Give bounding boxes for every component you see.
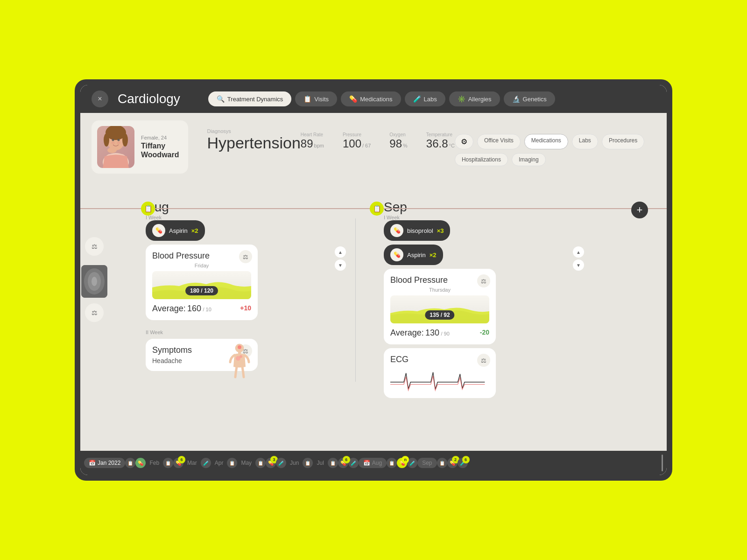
bisoprolol-icon: 💊 — [390, 224, 403, 237]
nav-feb-label: Feb — [149, 460, 159, 466]
sep-bp-card[interactable]: ⚖ Blood Pressure Thursday 135 / 92 — [384, 269, 496, 344]
tab-genetics[interactable]: 🔬 Genetics — [504, 91, 555, 106]
patient-gender: Female, 24 — [141, 135, 179, 140]
svg-point-7 — [118, 139, 120, 141]
nav-jul-pill[interactable]: 💊 6 — [338, 458, 348, 468]
timeline-columns: Aug I Week 💊 Aspirin ×2 ⚖ Blood Pressure… — [80, 181, 667, 451]
timeline-node-sep[interactable]: 📋 — [370, 202, 384, 216]
tab-allergies[interactable]: ✳️ Allergies — [449, 91, 500, 106]
nav-tabs: 🔍 Treatment Dynamics 📋 Visits 💊 Medicati… — [208, 91, 555, 106]
sep-nav-arrows: ▲ ▼ — [573, 246, 584, 271]
svg-point-9 — [117, 142, 120, 144]
allergies-icon: ✳️ — [458, 95, 465, 103]
sep-med-aspirin[interactable]: 💊 Aspirin ×2 — [384, 245, 443, 265]
patient-avatar — [97, 126, 134, 168]
nav-mar-lab[interactable]: 🧪 — [201, 458, 211, 468]
scroll-indicator[interactable] — [662, 455, 663, 471]
timeline-col-sep: Sep I Week 💊 bisoprolol ×3 💊 Aspirin ×2 — [356, 181, 593, 451]
timeline-nav: 📅 Jan 2022 📋 💊 Feb 📋 💊 6 Mar 🧪 Apr 📋 May — [80, 451, 667, 475]
nav-jun-note[interactable]: 📋 — [303, 458, 313, 468]
filter-imaging[interactable]: Imaging — [512, 153, 546, 166]
nav-month-jul[interactable]: Jul — [313, 460, 327, 466]
filter-office-visits[interactable]: Office Visits — [477, 134, 521, 149]
sep-aspirin-count: ×2 — [430, 252, 437, 259]
aspirin-icon: 💊 — [152, 224, 165, 237]
nav-feb-pill[interactable]: 💊 6 — [173, 458, 183, 468]
body-diagram-svg — [228, 343, 251, 381]
sep-med-bisoprolol[interactable]: 💊 bisoprolol ×3 — [384, 220, 450, 241]
right-spacer — [593, 181, 648, 451]
filter-icon-button[interactable]: ⚙ — [455, 134, 473, 149]
nav-month-may[interactable]: May — [237, 460, 255, 466]
nav-month-jun[interactable]: Jun — [286, 460, 303, 466]
nav-aug-note[interactable]: 📋 — [387, 458, 397, 468]
tab-visits[interactable]: 📋 Visits — [295, 91, 337, 106]
tab-medications-label: Medications — [360, 96, 392, 103]
vitals-section: Diagnosys Hypertension Heart Rate 89 bpm… — [207, 128, 655, 166]
nav-apr-note[interactable]: 📋 — [227, 458, 237, 468]
nav-jan-label: Jan 2022 — [98, 460, 120, 466]
close-icon: × — [98, 95, 102, 103]
timeline-node-aug[interactable]: 📋 — [141, 202, 155, 216]
nav-month-mar[interactable]: Mar — [183, 460, 201, 466]
sep-nav-up[interactable]: ▲ — [573, 246, 584, 258]
nav-may-note[interactable]: 📋 — [255, 458, 266, 468]
nav-month-apr[interactable]: Apr — [211, 460, 227, 466]
patient-bar: Female, 24 Tiffany Woodward Diagnosys Hy… — [80, 113, 667, 181]
aug-bp-day: Friday — [152, 263, 251, 268]
aug-nav-up[interactable]: ▲ — [335, 246, 346, 258]
aug-symptoms-card[interactable]: ⚖ Symptoms Headache — [146, 339, 258, 371]
sep-aspirin-name: Aspirin — [407, 252, 426, 259]
tab-treatment-dynamics[interactable]: 🔍 Treatment Dynamics — [208, 91, 291, 106]
nav-sep-lab[interactable]: 🧪 6 — [458, 458, 468, 468]
genetics-icon: 🔬 — [512, 95, 520, 103]
sep-ecg-card[interactable]: ⚖ ECG — [384, 348, 496, 398]
nav-aug-pill[interactable]: 💊 n — [397, 458, 407, 468]
sep-header: Sep I Week — [384, 200, 584, 220]
nav-sep-note[interactable]: 📋 — [437, 458, 447, 468]
sep-bp-reading: 135 / 92 — [425, 310, 454, 320]
filter-hospitalizations[interactable]: Hospitalizations — [455, 153, 508, 166]
app-inner: × Cardiology 🔍 Treatment Dynamics 📋 Visi… — [80, 85, 667, 475]
nav-month-sep[interactable]: Sep — [417, 458, 437, 468]
svg-point-19 — [240, 355, 242, 358]
nav-icon-jan-pill[interactable]: 💊 — [135, 458, 146, 468]
bisoprolol-count: ×3 — [437, 227, 444, 234]
filter-procedures[interactable]: Procedures — [602, 134, 644, 149]
timeline-col-aug: Aug I Week 💊 Aspirin ×2 ⚖ Blood Pressure… — [99, 181, 355, 451]
tab-medications[interactable]: 💊 Medications — [341, 91, 401, 106]
side-medical-image — [81, 265, 107, 298]
nav-feb-note[interactable]: 📋 — [163, 458, 173, 468]
aug-bp-average: Average: 160 / 10 — [152, 304, 211, 314]
header: × Cardiology 🔍 Treatment Dynamics 📋 Visi… — [80, 85, 667, 113]
vital-pressure: Pressure 100 / 67 — [343, 132, 371, 149]
nav-icon-jan-note[interactable]: 📋 — [125, 458, 135, 468]
nav-may-lab[interactable]: 🧪 — [276, 458, 286, 468]
filter-labs[interactable]: Labs — [572, 134, 598, 149]
add-timeline-button[interactable]: + — [631, 202, 648, 218]
calendar-icon-jan: 📅 — [89, 460, 96, 466]
sep-nav-down[interactable]: ▼ — [573, 259, 584, 271]
side-icon-lab2[interactable]: ⚖ — [85, 303, 104, 322]
diagnosis-label: Diagnosys — [207, 128, 300, 134]
side-icon-lab[interactable]: ⚖ — [85, 237, 104, 256]
nav-month-feb[interactable]: Feb — [146, 460, 163, 466]
nav-sep-pill[interactable]: 💊 2 — [447, 458, 458, 468]
nav-month-aug[interactable]: 📅 Aug — [359, 458, 387, 468]
aug-nav-down[interactable]: ▼ — [335, 259, 346, 271]
tab-labs[interactable]: 🧪 Labs — [405, 91, 445, 106]
sep-bp-delta: -20 — [480, 329, 489, 336]
nav-jul-note[interactable]: 📋 — [328, 458, 338, 468]
filter-medications[interactable]: Medications — [524, 134, 568, 149]
aug-week2-label: II Week — [146, 329, 346, 335]
tab-visits-label: Visits — [314, 96, 329, 103]
sep-bp-title: Blood Pressure — [390, 275, 489, 285]
aug-bp-card[interactable]: ⚖ Blood Pressure Friday 180 / 120 — [146, 245, 258, 320]
nav-may-pill[interactable]: 💊 3 — [266, 458, 276, 468]
svg-point-8 — [111, 142, 115, 144]
sep-week: I Week — [384, 215, 584, 220]
aspirin-count: ×2 — [191, 227, 198, 234]
close-button[interactable]: × — [92, 91, 108, 107]
aug-med-aspirin[interactable]: 💊 Aspirin ×2 — [146, 220, 205, 241]
nav-month-jan[interactable]: 📅 Jan 2022 — [84, 458, 125, 468]
